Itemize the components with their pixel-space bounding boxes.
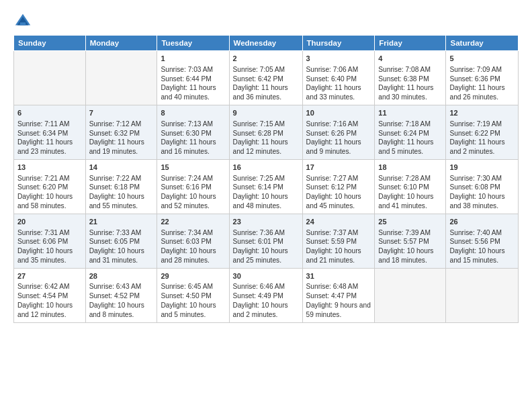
calendar-cell: 8Sunrise: 7:13 AMSunset: 6:30 PMDaylight… bbox=[157, 105, 229, 159]
day-info: Sunset: 6:16 PM bbox=[161, 183, 225, 192]
day-info: Daylight: 10 hours and 8 minutes. bbox=[89, 301, 154, 320]
calendar-cell: 5Sunrise: 7:09 AMSunset: 6:36 PMDaylight… bbox=[446, 51, 519, 105]
day-number: 8 bbox=[161, 108, 225, 118]
logo bbox=[13, 12, 35, 31]
day-number: 5 bbox=[449, 54, 515, 64]
day-number: 2 bbox=[233, 54, 299, 64]
day-number: 26 bbox=[449, 217, 515, 227]
day-number: 10 bbox=[306, 108, 371, 118]
day-info: Daylight: 11 hours and 19 minutes. bbox=[89, 138, 154, 156]
calendar-cell bbox=[14, 51, 86, 105]
day-number: 31 bbox=[306, 271, 371, 281]
day-number: 25 bbox=[378, 217, 442, 227]
day-number: 9 bbox=[233, 108, 299, 118]
day-info: Sunrise: 7:03 AM bbox=[161, 65, 225, 75]
day-info: Sunset: 6:38 PM bbox=[378, 75, 442, 84]
calendar-cell: 1Sunrise: 7:03 AMSunset: 6:44 PMDaylight… bbox=[157, 51, 229, 105]
weekday-sunday: Sunday bbox=[14, 36, 86, 51]
day-info: Daylight: 10 hours and 15 minutes. bbox=[449, 246, 515, 265]
day-info: Sunrise: 7:31 AM bbox=[17, 228, 82, 238]
day-number: 20 bbox=[17, 217, 82, 227]
logo-icon bbox=[13, 12, 32, 31]
day-info: Sunrise: 7:06 AM bbox=[306, 65, 371, 75]
weekday-tuesday: Tuesday bbox=[157, 36, 229, 51]
day-info: Sunset: 6:40 PM bbox=[306, 75, 371, 84]
day-info: Sunset: 4:52 PM bbox=[89, 291, 154, 301]
day-info: Sunset: 6:44 PM bbox=[161, 75, 225, 84]
day-info: Sunset: 6:06 PM bbox=[17, 237, 82, 246]
day-info: Daylight: 11 hours and 40 minutes. bbox=[161, 83, 225, 102]
svg-rect-2 bbox=[20, 22, 26, 25]
day-info: Sunrise: 7:27 AM bbox=[306, 174, 371, 183]
weekday-friday: Friday bbox=[375, 36, 446, 51]
day-info: Daylight: 9 hours and 59 minutes. bbox=[306, 301, 371, 320]
day-info: Daylight: 11 hours and 26 minutes. bbox=[449, 83, 515, 102]
day-info: Sunset: 6:36 PM bbox=[449, 75, 515, 84]
day-info: Sunrise: 7:21 AM bbox=[17, 174, 82, 183]
calendar-cell: 4Sunrise: 7:08 AMSunset: 6:38 PMDaylight… bbox=[375, 51, 446, 105]
day-info: Daylight: 11 hours and 23 minutes. bbox=[17, 138, 82, 156]
day-info: Daylight: 10 hours and 21 minutes. bbox=[306, 246, 371, 265]
day-number: 1 bbox=[161, 54, 225, 64]
day-info: Daylight: 10 hours and 28 minutes. bbox=[161, 246, 225, 265]
calendar-cell: 11Sunrise: 7:18 AMSunset: 6:24 PMDayligh… bbox=[375, 105, 446, 159]
day-info: Sunset: 6:08 PM bbox=[449, 183, 515, 192]
day-info: Sunrise: 7:22 AM bbox=[89, 174, 154, 183]
day-info: Sunrise: 6:42 AM bbox=[17, 282, 82, 291]
day-info: Sunset: 6:18 PM bbox=[89, 183, 154, 192]
calendar-cell: 14Sunrise: 7:22 AMSunset: 6:18 PMDayligh… bbox=[85, 159, 157, 214]
weekday-header-row: SundayMondayTuesdayWednesdayThursdayFrid… bbox=[14, 36, 519, 51]
day-info: Sunset: 6:42 PM bbox=[233, 75, 299, 84]
day-number: 16 bbox=[233, 163, 299, 173]
day-info: Sunset: 6:28 PM bbox=[233, 129, 299, 138]
day-number: 13 bbox=[17, 163, 82, 173]
day-info: Daylight: 10 hours and 38 minutes. bbox=[449, 192, 515, 211]
day-info: Sunrise: 7:39 AM bbox=[378, 228, 442, 238]
day-info: Sunset: 6:05 PM bbox=[89, 237, 154, 246]
calendar-cell bbox=[446, 268, 519, 322]
calendar-cell: 10Sunrise: 7:16 AMSunset: 6:26 PMDayligh… bbox=[302, 105, 375, 159]
day-number: 14 bbox=[89, 163, 154, 173]
day-info: Sunset: 6:03 PM bbox=[161, 237, 225, 246]
day-info: Daylight: 11 hours and 16 minutes. bbox=[161, 138, 225, 156]
day-number: 4 bbox=[378, 54, 442, 64]
calendar-cell: 16Sunrise: 7:25 AMSunset: 6:14 PMDayligh… bbox=[229, 159, 302, 214]
day-number: 6 bbox=[17, 108, 82, 118]
day-info: Sunset: 5:56 PM bbox=[449, 237, 515, 246]
calendar-cell: 31Sunrise: 6:48 AMSunset: 4:47 PMDayligh… bbox=[302, 268, 375, 322]
day-info: Sunrise: 7:36 AM bbox=[233, 228, 299, 238]
day-number: 11 bbox=[378, 108, 442, 118]
day-info: Sunset: 4:54 PM bbox=[17, 291, 82, 301]
day-info: Sunrise: 7:16 AM bbox=[306, 120, 371, 129]
calendar-cell: 25Sunrise: 7:39 AMSunset: 5:57 PMDayligh… bbox=[375, 214, 446, 268]
day-info: Daylight: 10 hours and 2 minutes. bbox=[233, 301, 299, 320]
calendar-cell: 24Sunrise: 7:37 AMSunset: 5:59 PMDayligh… bbox=[302, 214, 375, 268]
calendar: SundayMondayTuesdayWednesdayThursdayFrid… bbox=[13, 35, 519, 323]
calendar-cell: 22Sunrise: 7:34 AMSunset: 6:03 PMDayligh… bbox=[157, 214, 229, 268]
day-info: Sunset: 6:30 PM bbox=[161, 129, 225, 138]
day-info: Sunrise: 7:15 AM bbox=[233, 120, 299, 129]
day-number: 15 bbox=[161, 163, 225, 173]
calendar-cell: 27Sunrise: 6:42 AMSunset: 4:54 PMDayligh… bbox=[14, 268, 86, 322]
day-info: Sunrise: 7:11 AM bbox=[17, 120, 82, 129]
day-info: Sunset: 5:57 PM bbox=[378, 237, 442, 246]
day-info: Sunrise: 7:12 AM bbox=[89, 120, 154, 129]
day-info: Sunrise: 6:45 AM bbox=[161, 282, 225, 291]
weekday-saturday: Saturday bbox=[446, 36, 519, 51]
day-number: 29 bbox=[161, 271, 225, 281]
day-info: Sunset: 6:01 PM bbox=[233, 237, 299, 246]
day-info: Sunset: 4:50 PM bbox=[161, 291, 225, 301]
day-info: Sunset: 6:32 PM bbox=[89, 129, 154, 138]
calendar-cell: 19Sunrise: 7:30 AMSunset: 6:08 PMDayligh… bbox=[446, 159, 519, 214]
week-row-4: 20Sunrise: 7:31 AMSunset: 6:06 PMDayligh… bbox=[14, 214, 519, 268]
day-info: Sunrise: 7:25 AM bbox=[233, 174, 299, 183]
day-info: Daylight: 10 hours and 12 minutes. bbox=[17, 301, 82, 320]
day-info: Sunrise: 7:40 AM bbox=[449, 228, 515, 238]
day-info: Daylight: 11 hours and 30 minutes. bbox=[378, 83, 442, 102]
day-info: Sunrise: 7:30 AM bbox=[449, 174, 515, 183]
day-info: Daylight: 11 hours and 9 minutes. bbox=[306, 138, 371, 156]
calendar-cell: 30Sunrise: 6:46 AMSunset: 4:49 PMDayligh… bbox=[229, 268, 302, 322]
day-info: Sunrise: 6:46 AM bbox=[233, 282, 299, 291]
day-info: Sunrise: 7:37 AM bbox=[306, 228, 371, 238]
week-row-5: 27Sunrise: 6:42 AMSunset: 4:54 PMDayligh… bbox=[14, 268, 519, 322]
